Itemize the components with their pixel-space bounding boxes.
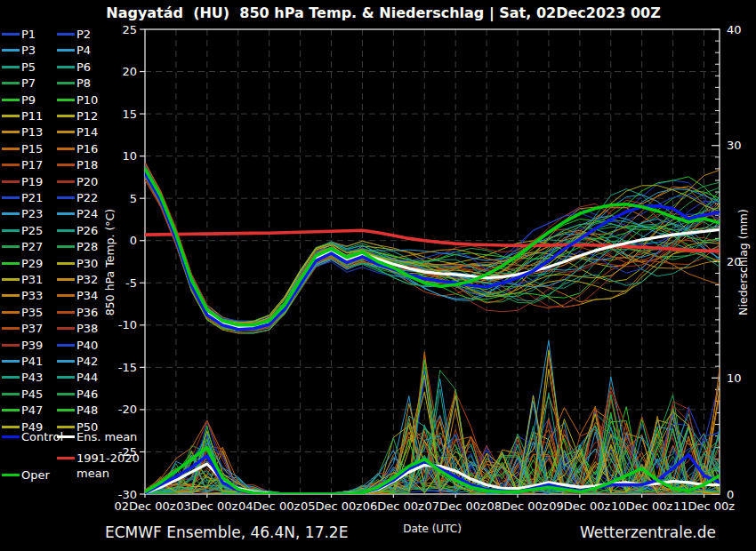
y-left-tick-label: -15 <box>118 361 137 374</box>
y-right-tick-label: 40 <box>727 23 742 36</box>
y-left-tick-label: 5 <box>130 192 137 205</box>
y-left-tick-label: 25 <box>122 23 137 36</box>
member-temp-line-p12 <box>145 169 720 330</box>
x-axis: 02Dec 00z03Dec 00z04Dec 00z05Dec 00z06De… <box>114 494 735 513</box>
x-tick-label: 09Dec 00z <box>549 499 610 513</box>
y-left-tick-label: 15 <box>122 108 137 121</box>
y-left-tick-label: -5 <box>125 276 137 290</box>
member-temp-line-p37 <box>145 177 720 331</box>
x-tick-label: 08Dec 00z <box>487 499 548 513</box>
y-left-axis: 2520151050-5-10-15-20-25-30850 hPa Temp.… <box>103 23 145 501</box>
y-left-tick-label: -20 <box>118 403 137 416</box>
member-temp-line-p46 <box>145 173 720 327</box>
site-credit: Wetterzentrale.de <box>574 523 716 541</box>
x-tick-label: 07Dec 00z <box>425 499 487 513</box>
wetterzentrale-meteogram-screen: Nagyatád (HU) 850 hPa Temp. & Niederschl… <box>0 0 756 551</box>
member-temp-line-p14 <box>145 167 720 323</box>
x-tick-label: 10Dec 00z <box>611 499 672 513</box>
member-temp-line-p28 <box>145 176 720 331</box>
member-temp-line-p43 <box>145 176 720 333</box>
x-tick-label: 11Dec 00z <box>673 499 735 513</box>
y-left-tick-label: 10 <box>122 149 137 163</box>
y-left-tick-label: -25 <box>118 445 137 459</box>
x-tick-label: 02Dec 00z <box>114 499 175 513</box>
x-tick-label: 03Dec 00z <box>176 499 237 513</box>
y-left-axis-title: 850 hPa Temp. (°C) <box>103 209 117 315</box>
y-left-tick-label: 20 <box>122 65 137 78</box>
x-tick-label: 04Dec 00z <box>238 499 300 513</box>
y-right-axis-title: Niederschlag (mm) <box>736 209 750 315</box>
y-right-tick-label: 10 <box>727 371 742 385</box>
x-tick-label: 05Dec 00z <box>301 499 362 513</box>
y-right-tick-label: 30 <box>727 139 742 152</box>
member-temp-line-p9 <box>145 172 720 329</box>
member-temp-line-p17 <box>145 177 720 331</box>
y-left-tick-label: 0 <box>130 234 137 247</box>
y-left-tick-label: -10 <box>118 318 137 331</box>
x-tick-label: 06Dec 00z <box>363 499 424 513</box>
meteogram-plot: 2520151050-5-10-15-20-25-30850 hPa Temp.… <box>0 0 756 551</box>
member-temp-line-p15 <box>145 177 720 330</box>
